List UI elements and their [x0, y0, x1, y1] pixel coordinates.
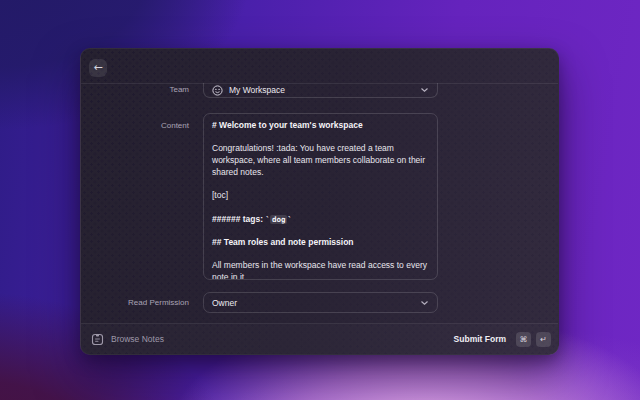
- team-dropdown[interactable]: My Workspace: [203, 83, 438, 98]
- workspace-avatar-icon: [212, 85, 223, 96]
- return-key-icon: ↵: [536, 332, 551, 347]
- content-field-label: Content: [81, 121, 189, 130]
- submit-form-button[interactable]: Submit Form: [454, 334, 506, 344]
- chevron-down-icon: [420, 87, 429, 93]
- team-dropdown-value: My Workspace: [229, 85, 285, 95]
- form-window: ← Team My Workspace Content # Welcome to…: [80, 48, 559, 355]
- browse-notes-button[interactable]: Browse Notes: [91, 333, 164, 346]
- back-button[interactable]: ←: [89, 59, 107, 77]
- read-permission-dropdown-value: Owner: [212, 298, 237, 308]
- note-icon: [91, 333, 104, 346]
- read-permission-dropdown[interactable]: Owner: [203, 292, 438, 313]
- action-footer: Browse Notes Submit Form ⌘ ↵: [81, 324, 558, 354]
- read-permission-field-label: Read Permission: [81, 298, 189, 307]
- content-textarea[interactable]: # Welcome to your team's workspaceCongra…: [203, 113, 438, 280]
- command-key-icon: ⌘: [516, 332, 531, 347]
- chevron-down-icon: [420, 300, 429, 306]
- submit-form-action: Submit Form ⌘ ↵: [454, 332, 551, 347]
- browse-notes-label: Browse Notes: [111, 334, 164, 344]
- team-field-label: Team: [81, 85, 189, 94]
- back-arrow-icon: ←: [93, 61, 102, 74]
